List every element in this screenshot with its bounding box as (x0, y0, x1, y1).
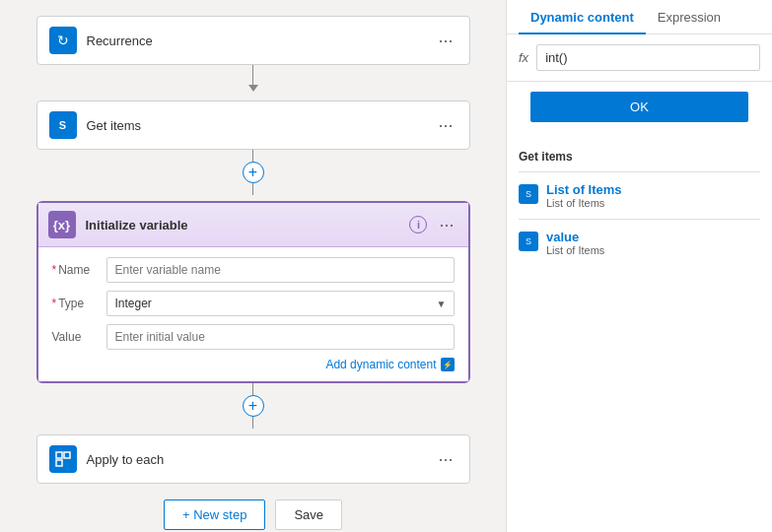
value-icon: S (519, 232, 538, 251)
recurrence-title: Recurrence (87, 33, 435, 48)
connector-1 (248, 65, 258, 100)
value-field-row: Value (52, 324, 455, 350)
initvar-icon: {x} (48, 211, 76, 238)
name-input[interactable] (106, 257, 455, 283)
initvar-more-icon[interactable]: ··· (435, 215, 457, 235)
init-variable-header[interactable]: {x} Initialize variable i ··· (38, 203, 468, 247)
list-item-value[interactable]: S value List of Items (507, 224, 772, 262)
panel-tabs: Dynamic content Expression (507, 0, 772, 34)
init-variable-block: {x} Initialize variable i ··· *Name (36, 201, 470, 383)
svg-rect-1 (64, 452, 70, 458)
fx-label: fx (519, 50, 528, 65)
getitems-more-icon[interactable]: ··· (434, 115, 456, 136)
recurrence-icon: ↻ (49, 27, 77, 54)
dynamic-icon: ⚡ (441, 358, 455, 371)
new-step-button[interactable]: + New step (164, 499, 265, 530)
getitems-block[interactable]: S Get items ··· (36, 100, 470, 150)
type-select[interactable]: Integer Float Boolean String Object Arra… (106, 291, 455, 316)
fx-input-row: fx (507, 34, 772, 82)
tab-dynamic-content[interactable]: Dynamic content (519, 0, 646, 34)
list-of-items-icon: S (519, 184, 538, 204)
connector-2: + (243, 150, 264, 201)
apply-more-icon[interactable]: ··· (434, 449, 456, 470)
save-button[interactable]: Save (275, 499, 342, 530)
info-icon[interactable]: i (409, 216, 427, 233)
flow-canvas: ↻ Recurrence ··· S Get items ··· + {x} I… (0, 0, 506, 532)
ok-row: OK (507, 82, 772, 142)
ok-button[interactable]: OK (530, 92, 748, 122)
list-of-items-sub: List of Items (546, 197, 622, 209)
panel-divider-1 (519, 171, 760, 172)
apply-icon (49, 445, 77, 473)
value-label: Value (52, 330, 106, 344)
init-variable-body: *Name *Type Integer Float Boolean Str (38, 247, 468, 381)
dynamic-content-row: Add dynamic content ⚡ (52, 358, 455, 371)
add-step-plus-2[interactable]: + (243, 395, 264, 417)
panel-scroll: Get items S List of Items List of Items … (507, 142, 772, 532)
type-label: *Type (52, 297, 106, 310)
recurrence-block[interactable]: ↻ Recurrence ··· (36, 16, 470, 65)
list-of-items-name: List of Items (546, 182, 622, 197)
recurrence-more-icon[interactable]: ··· (434, 31, 456, 51)
value-sub: List of Items (546, 244, 604, 256)
getitems-title: Get items (87, 118, 435, 133)
connector-3: + (243, 383, 264, 434)
getitems-icon: S (49, 111, 77, 139)
add-dynamic-content-link[interactable]: Add dynamic content ⚡ (325, 358, 454, 371)
value-input[interactable] (106, 324, 455, 350)
svg-rect-0 (56, 452, 62, 458)
list-of-items-text: List of Items List of Items (546, 182, 622, 209)
value-text: value List of Items (546, 230, 604, 256)
bottom-buttons: + New step Save (164, 499, 342, 530)
name-field-row: *Name (52, 257, 455, 283)
add-step-plus[interactable]: + (243, 162, 264, 183)
svg-rect-2 (56, 460, 62, 466)
name-label: *Name (52, 263, 106, 277)
panel-divider-2 (519, 219, 760, 220)
section-title: Get items (507, 142, 772, 167)
value-name: value (546, 230, 604, 244)
init-variable-title: Initialize variable (86, 218, 410, 233)
right-panel: Dynamic content Expression fx OK Get ite… (506, 0, 772, 532)
apply-to-each-title: Apply to each (87, 452, 435, 467)
type-field-row: *Type Integer Float Boolean String Objec… (52, 291, 455, 316)
apply-to-each-block[interactable]: Apply to each ··· (36, 434, 470, 484)
expression-input[interactable] (536, 44, 760, 71)
tab-expression[interactable]: Expression (646, 0, 733, 34)
list-item-list-of-items[interactable]: S List of Items List of Items (507, 176, 772, 215)
type-select-wrapper: Integer Float Boolean String Object Arra… (106, 291, 455, 316)
